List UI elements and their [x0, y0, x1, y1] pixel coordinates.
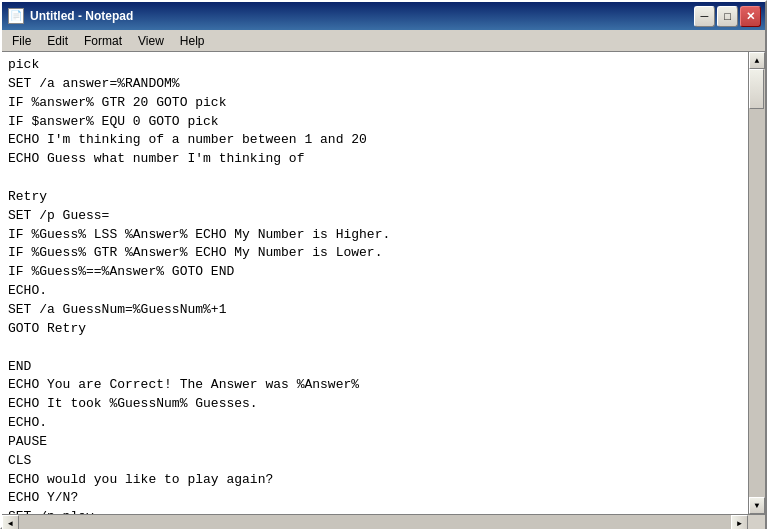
menu-format[interactable]: Format	[76, 32, 130, 50]
window: 📄 Untitled - Notepad ─ □ ✕ File Edit For…	[0, 0, 767, 529]
vertical-scrollbar[interactable]: ▲ ▼	[748, 52, 765, 514]
scroll-thumb-v[interactable]	[749, 69, 764, 109]
menu-view[interactable]: View	[130, 32, 172, 50]
minimize-button[interactable]: ─	[694, 6, 715, 27]
window-controls: ─ □ ✕	[694, 6, 761, 27]
scrollbar-corner	[748, 515, 765, 529]
scroll-track-v[interactable]	[749, 69, 765, 497]
scroll-down-button[interactable]: ▼	[749, 497, 765, 514]
app-icon: 📄	[8, 8, 24, 24]
window-title: Untitled - Notepad	[30, 9, 133, 23]
menu-bar: File Edit Format View Help	[2, 30, 765, 52]
maximize-button[interactable]: □	[717, 6, 738, 27]
bottom-bar: ◄ ►	[2, 514, 765, 529]
close-button[interactable]: ✕	[740, 6, 761, 27]
menu-edit[interactable]: Edit	[39, 32, 76, 50]
text-editor[interactable]: pick SET /a answer=%RANDOM% IF %answer% …	[2, 52, 748, 514]
scroll-track-h[interactable]	[19, 515, 731, 529]
scroll-left-button[interactable]: ◄	[2, 515, 19, 529]
scroll-right-button[interactable]: ►	[731, 515, 748, 529]
scroll-up-button[interactable]: ▲	[749, 52, 765, 69]
title-bar: 📄 Untitled - Notepad ─ □ ✕	[2, 2, 765, 30]
menu-help[interactable]: Help	[172, 32, 213, 50]
menu-file[interactable]: File	[4, 32, 39, 50]
